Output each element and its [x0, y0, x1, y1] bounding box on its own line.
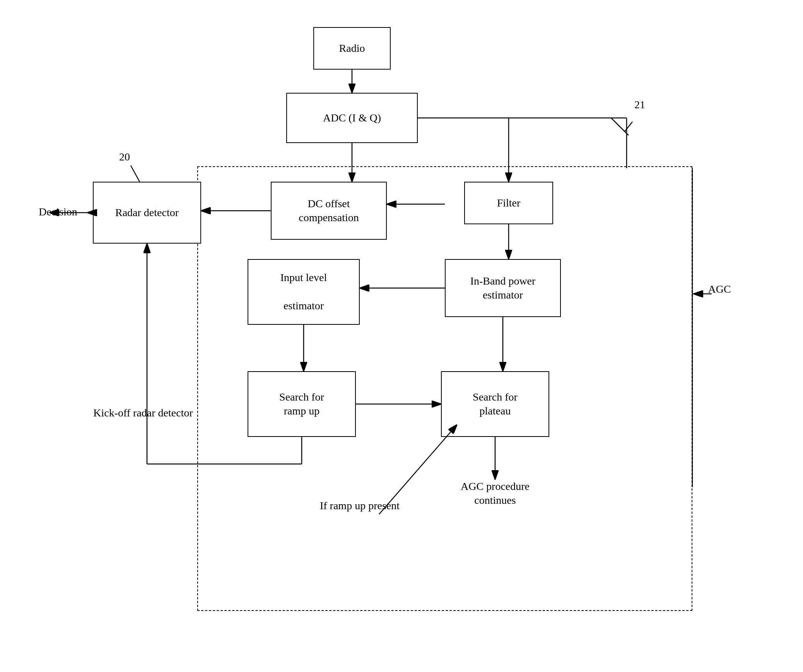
- radar-detector-box: Radar detector: [93, 182, 201, 244]
- agc-label: AGC: [700, 282, 739, 296]
- dc-offset-label: DC offsetcompensation: [299, 197, 359, 225]
- inband-power-box: In-Band powerestimator: [445, 259, 561, 317]
- dc-offset-box: DC offsetcompensation: [271, 182, 387, 240]
- search-plateau-box: Search forplateau: [441, 371, 549, 437]
- radio-box: Radio: [313, 27, 391, 70]
- kickoff-label: Kick-off radar detector: [89, 406, 197, 420]
- radar-detector-label: Radar detector: [115, 206, 179, 220]
- input-level-label: Input levelestimator: [280, 271, 327, 313]
- decision-label: Decision: [31, 205, 85, 219]
- filter-label: Filter: [497, 196, 521, 210]
- search-ramp-label: Search forramp up: [279, 390, 324, 418]
- adc-box: ADC (I & Q): [286, 93, 418, 143]
- inband-power-label: In-Band powerestimator: [470, 274, 536, 302]
- search-ramp-box: Search forramp up: [248, 371, 356, 437]
- input-level-box: Input levelestimator: [248, 259, 360, 325]
- filter-box: Filter: [464, 182, 553, 224]
- radio-label: Radio: [339, 41, 365, 55]
- agc-procedure-label: AGC procedure continues: [441, 479, 549, 508]
- diagram: Radio ADC (I & Q) DC offsetcompensation …: [31, 15, 766, 657]
- svg-line-25: [625, 122, 632, 131]
- adc-label: ADC (I & Q): [323, 111, 381, 125]
- svg-line-5: [611, 118, 629, 135]
- if-ramp-label: If ramp up present: [309, 499, 410, 513]
- search-plateau-label: Search forplateau: [473, 390, 518, 418]
- svg-line-21: [131, 165, 140, 182]
- number-21: 21: [634, 99, 645, 111]
- number-20: 20: [119, 151, 130, 163]
